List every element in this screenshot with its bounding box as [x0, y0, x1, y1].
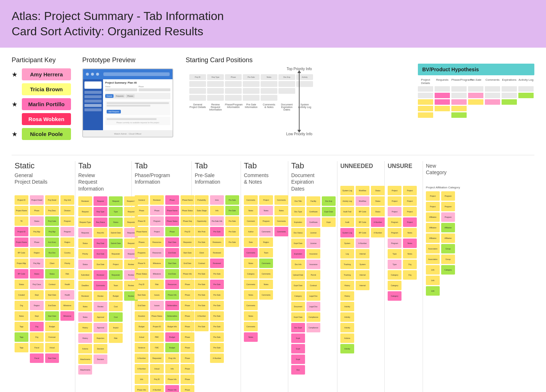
- column-tab-comments: Tab Comments& Notes Comments Notes Comme…: [241, 161, 288, 392]
- column-unsure: UNSURE Project Project Project Program P…: [385, 161, 423, 392]
- column-static-general: Static GeneralProject Details Project ID…: [12, 161, 75, 392]
- cat-name-tab1: ReviewRequestInformation: [78, 172, 128, 192]
- cat-name-tab2: Phase/ProgramInformation: [135, 172, 189, 191]
- participant-nicole: ★ Nicole Poole: [12, 128, 74, 140]
- star-icon-amy: ★: [12, 71, 19, 79]
- prototype-preview: Prototype Preview Pro: [82, 56, 177, 137]
- cat-type-tab3: Tab: [195, 161, 238, 171]
- column-unneeded: UNNEEDED System Log Activity Log Audit T…: [337, 161, 385, 392]
- cat-type-tab1: Tab: [78, 161, 128, 171]
- column-tab-review-request: Tab ReviewRequestInformation Reviewer Re…: [75, 161, 132, 392]
- participant-badge-nicole: Nicole Poole: [22, 128, 71, 140]
- cat-name-unneeded: UNNEEDED: [340, 163, 381, 181]
- cat-name-unsure: UNSURE: [388, 163, 420, 181]
- cat-name-tab3: Pre-SaleInformation: [195, 172, 238, 191]
- cat-type-tab2: Tab: [135, 161, 189, 171]
- column-tab-phase-program: Tab Phase/ProgramInformation General Pha…: [132, 161, 192, 392]
- column-tab-document-exp: Tab DocumentExpirationDates Doc Title Do…: [288, 161, 337, 392]
- cat-name-general: GeneralProject Details: [15, 172, 72, 191]
- cat-name-new: NewCategory: [426, 163, 462, 181]
- cat-type-tab4: Tab: [244, 161, 285, 171]
- participant-badge-tricia: Tricia Brown: [22, 83, 71, 95]
- bv-hypothesis: BV/Product Hypothesis Project Details Re…: [418, 56, 534, 118]
- star-spacer-rosa: ★: [12, 115, 19, 123]
- participant-amy: ★ Amy Herrera: [12, 68, 74, 80]
- card-sort-results: Static GeneralProject Details Project ID…: [12, 155, 534, 392]
- prototype-frame: Project Summary: Plan #8 Status Phase: [82, 68, 173, 137]
- bv-header: BV/Product Hypothesis: [418, 64, 534, 75]
- star-icon-nicole: ★: [12, 130, 19, 138]
- participant-key: Participant Key ★ Amy Herrera ★ Tricia B…: [12, 56, 74, 143]
- star-spacer-tricia: ★: [12, 85, 19, 93]
- participant-badge-marlin: Marlin Portillo: [22, 98, 71, 110]
- prototype-preview-title: Prototype Preview: [82, 56, 177, 64]
- column-new-category: NewCategory Project Affiliation Category…: [423, 161, 465, 392]
- cat-type-tab5: Tab: [291, 161, 334, 171]
- page-header: Atlas: Project Summary - Tab Information…: [0, 0, 546, 48]
- participant-key-title: Participant Key: [12, 56, 74, 64]
- column-tab-presale: Tab Pre-SaleInformation Probability Sale…: [192, 161, 241, 392]
- participant-badge-rosa: Rosa Wobken: [22, 113, 71, 125]
- participant-badge-amy: Amy Herrera: [22, 68, 71, 80]
- participant-tricia: ★ Tricia Brown: [12, 83, 74, 95]
- starting-cards-title: Starting Card Positions: [186, 56, 409, 64]
- page-title: Atlas: Project Summary - Tab Information…: [12, 9, 534, 39]
- cat-name-tab4: Comments& Notes: [244, 172, 285, 191]
- star-icon-marlin: ★: [12, 100, 19, 108]
- cat-type-static: Static: [15, 161, 72, 171]
- cat-name-tab5: DocumentExpirationDates: [291, 172, 334, 192]
- starting-card-positions: Starting Card Positions Top Priority Inf…: [186, 56, 409, 143]
- participant-rosa: ★ Rosa Wobken: [12, 113, 74, 125]
- participant-marlin: ★ Marlin Portillo: [12, 98, 74, 110]
